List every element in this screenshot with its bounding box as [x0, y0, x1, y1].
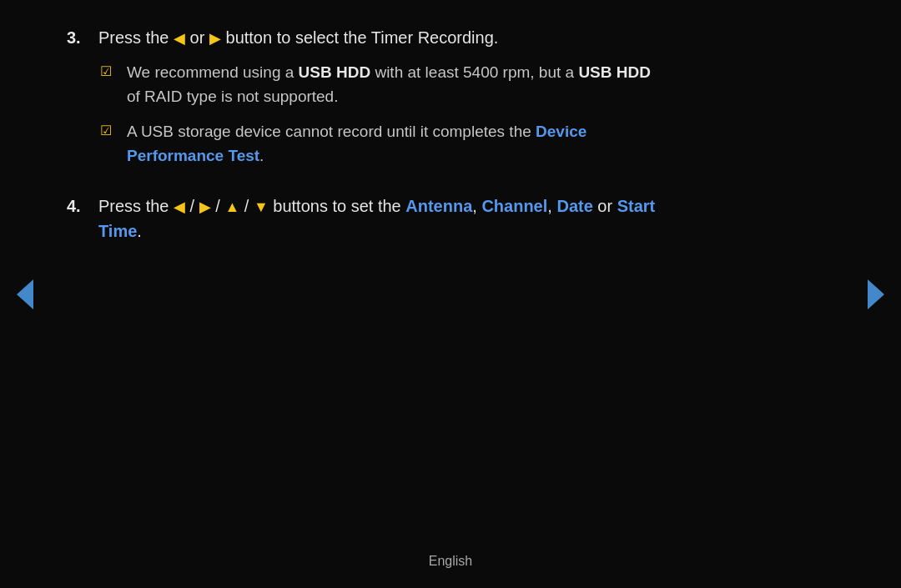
left-arrow-icon	[17, 279, 33, 309]
step-3-number: 3.	[67, 25, 92, 50]
note-2-text: A USB storage device cannot record until…	[127, 119, 586, 168]
date-link[interactable]: Date	[556, 197, 592, 215]
step4-up-arrow: ▲	[224, 199, 239, 214]
antenna-link[interactable]: Antenna	[405, 197, 472, 215]
note-2-block: ☑ A USB storage device cannot record unt…	[100, 119, 834, 168]
step4-left-arrow: ◀	[174, 199, 185, 214]
right-arrow-icon	[868, 279, 884, 309]
left-arrow-inline: ◀	[174, 31, 185, 46]
note-1-text: We recommend using a USB HDD with at lea…	[127, 60, 651, 109]
step-4-number: 4.	[67, 193, 92, 219]
device-performance-test-link[interactable]: DevicePerformance Test	[127, 123, 586, 164]
prev-page-button[interactable]	[8, 274, 42, 315]
step-3-block: 3. Press the ◀ or ▶ button to select the…	[67, 25, 834, 168]
step4-down-arrow: ▼	[254, 199, 269, 214]
note-1-block: ☑ We recommend using a USB HDD with at l…	[100, 60, 834, 109]
step-4-row: 4. Press the ◀ / ▶ / ▲ / ▼ buttons to se…	[67, 193, 834, 244]
usb-hdd-bold-2: USB HDD	[578, 63, 651, 81]
step4-right-arrow: ▶	[199, 199, 211, 214]
next-page-button[interactable]	[859, 274, 893, 315]
main-content: 3. Press the ◀ or ▶ button to select the…	[50, 0, 851, 538]
footer-language: English	[429, 551, 472, 571]
step-4-block: 4. Press the ◀ / ▶ / ▲ / ▼ buttons to se…	[67, 193, 834, 244]
step-3-text: Press the ◀ or ▶ button to select the Ti…	[98, 25, 498, 50]
note-2-icon: ☑	[100, 121, 118, 141]
right-arrow-inline: ▶	[209, 31, 221, 46]
note-1-icon: ☑	[100, 62, 118, 82]
step-3-row: 3. Press the ◀ or ▶ button to select the…	[67, 25, 834, 50]
language-label: English	[429, 554, 472, 568]
channel-link[interactable]: Channel	[481, 197, 547, 215]
usb-hdd-bold-1: USB HDD	[299, 63, 371, 81]
step-4-text: Press the ◀ / ▶ / ▲ / ▼ buttons to set t…	[98, 193, 655, 244]
